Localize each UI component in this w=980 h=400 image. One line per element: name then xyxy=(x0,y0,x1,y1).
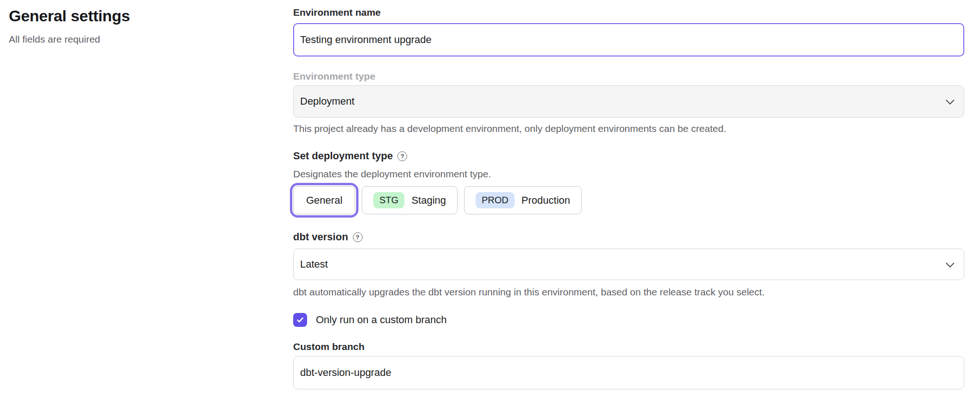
help-icon[interactable]: ? xyxy=(353,232,363,242)
deployment-type-helper: Designates the deployment environment ty… xyxy=(293,168,964,181)
deployment-type-options: General STG Staging PROD Production xyxy=(293,186,964,214)
environment-type-label: Environment type xyxy=(293,69,964,83)
deployment-type-staging-button[interactable]: STG Staging xyxy=(362,186,458,214)
environment-type-helper: This project already has a development e… xyxy=(293,122,964,135)
page-subtitle: All fields are required xyxy=(9,33,268,45)
staging-badge: STG xyxy=(373,192,404,208)
custom-branch-checkbox[interactable] xyxy=(293,313,307,327)
production-badge: PROD xyxy=(476,192,515,208)
environment-name-label: Environment name xyxy=(293,6,964,19)
dbt-version-section: dbt version ? xyxy=(293,230,964,244)
chevron-down-icon xyxy=(946,96,954,104)
dbt-version-select[interactable]: Latest xyxy=(293,249,964,280)
deployment-type-staging-label: Staging xyxy=(411,194,446,206)
environment-type-value: Deployment xyxy=(300,95,354,107)
dbt-version-label: dbt version xyxy=(293,230,348,244)
environment-name-input[interactable] xyxy=(293,23,964,56)
general-settings-page: General settings All fields are required… xyxy=(0,0,980,400)
deployment-type-section: Set deployment type ? xyxy=(293,149,964,163)
chevron-down-icon xyxy=(946,259,954,267)
deployment-type-general-button[interactable]: General xyxy=(293,186,355,214)
help-icon[interactable]: ? xyxy=(397,151,407,161)
page-title: General settings xyxy=(9,6,268,26)
custom-branch-input[interactable] xyxy=(293,356,964,389)
custom-branch-checkbox-row: Only run on a custom branch xyxy=(293,313,964,327)
deployment-type-production-button[interactable]: PROD Production xyxy=(464,186,582,214)
environment-type-select: Deployment xyxy=(293,85,964,118)
custom-branch-label: Custom branch xyxy=(293,340,964,354)
settings-intro: General settings All fields are required xyxy=(9,6,268,45)
environment-settings-form: Environment name Environment type Deploy… xyxy=(293,0,964,389)
dbt-version-helper: dbt automatically upgrades the dbt versi… xyxy=(293,286,964,299)
deployment-type-production-label: Production xyxy=(521,194,570,206)
custom-branch-checkbox-label: Only run on a custom branch xyxy=(316,314,446,326)
deployment-type-general-label: General xyxy=(306,194,342,206)
checkmark-icon xyxy=(296,316,304,324)
deployment-type-label: Set deployment type xyxy=(293,149,393,163)
dbt-version-value: Latest xyxy=(300,258,328,270)
